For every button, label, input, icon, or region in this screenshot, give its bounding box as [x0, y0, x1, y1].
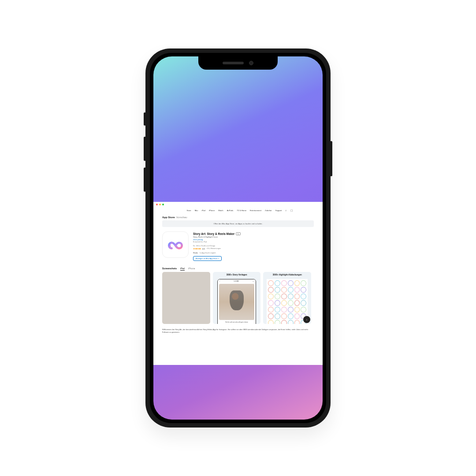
open-app-store-banner[interactable]: Öffne den Mac App Store, um Apps zu kauf…	[162, 220, 314, 227]
page-heading: App Store Vorschau	[162, 213, 314, 220]
nav-item[interactable]: iPad	[202, 209, 205, 212]
more-icon: ⋯	[253, 280, 254, 282]
app-rank: Nr. 184 in Grafik und Design	[193, 245, 314, 247]
nav-item[interactable]: iPhone	[209, 209, 215, 212]
nav-item[interactable]: Support	[275, 209, 282, 212]
app-name: Story Art: Story & Reels Maker	[193, 232, 234, 235]
phone-volume-up	[144, 137, 146, 161]
phone-speaker	[223, 62, 244, 64]
phone-volume-down	[144, 167, 146, 192]
nav-item[interactable]: Store	[187, 209, 191, 212]
window-zoom-icon[interactable]	[162, 204, 164, 205]
phone-bezel: Store Mac iPad iPhone Watch AirPods TV &…	[150, 53, 326, 423]
page-title-suffix: Vorschau	[176, 216, 187, 219]
screenshots-title: Screenshots	[162, 267, 177, 270]
screenshot-2-device: ‹ 9:41 AM ⋯ Be the soft one who still ge…	[217, 279, 257, 324]
view-in-app-store-button[interactable]: Anzeigen im Mac App Store ↗	[193, 256, 222, 261]
window-minimize-icon[interactable]	[159, 204, 161, 205]
page-content: App Store Vorschau Öffne den Mac App Sto…	[153, 213, 323, 338]
nav-item[interactable]: AirPods	[227, 209, 234, 212]
rating-value: 4,5	[202, 248, 205, 250]
screenshots-row[interactable]: 3000+ Story-Vorlagen ‹ 9:41 AM ⋯ Be the …	[162, 272, 314, 324]
phone-screen: Store Mac iPad iPhone Watch AirPods TV &…	[153, 56, 323, 420]
page-title-main: App Store	[162, 216, 175, 219]
app-header: Story Art: Story & Reels Maker 4+ Story,…	[162, 231, 314, 261]
app-description: Willkommen bei Story Art, der benutzerfr…	[162, 328, 314, 334]
nav-item[interactable]: TV & Home	[237, 209, 246, 212]
phone-power-button	[330, 141, 332, 176]
rating-count: • 45,4 Bewertungen	[206, 248, 221, 249]
app-rating: ★★★★★ 4,5 • 45,4 Bewertungen	[193, 247, 314, 250]
global-nav: Store Mac iPad iPhone Watch AirPods TV &…	[153, 207, 323, 213]
app-designed-for: Entwickelt für iPad	[193, 241, 314, 243]
window-titlebar	[153, 202, 323, 207]
download-fab-icon[interactable]: ↓	[303, 316, 310, 323]
phone-notch	[198, 56, 278, 70]
iap-note: In-App-Käufe möglich	[200, 252, 216, 254]
screenshot-2-title: 3000+ Story-Vorlagen	[213, 274, 261, 276]
screenshots-section: Screenshots iPad iPhone 3000+ Story-Vorl…	[162, 267, 314, 324]
phone-mute-switch	[144, 112, 146, 126]
tab-iphone[interactable]: iPhone	[188, 267, 195, 270]
phone-frame: Store Mac iPad iPhone Watch AirPods TV &…	[145, 48, 331, 428]
back-icon: ‹	[219, 280, 220, 282]
app-price: Gratis	[193, 252, 198, 254]
nav-item[interactable]: Entertainment	[250, 209, 261, 212]
window-close-icon[interactable]	[156, 204, 158, 205]
app-subtitle: Story, Reels & Highlight Cover	[193, 236, 314, 238]
bag-icon[interactable]: ☐	[290, 209, 293, 212]
highlight-grid	[267, 279, 308, 324]
screenshot-2[interactable]: 3000+ Story-Vorlagen ‹ 9:41 AM ⋯ Be the …	[213, 272, 261, 324]
search-icon[interactable]: ⌕	[285, 209, 287, 212]
app-icon	[162, 231, 189, 258]
age-rating-badge: 4+	[236, 232, 240, 235]
phone-camera	[249, 61, 253, 65]
app-meta: Story Art: Story & Reels Maker 4+ Story,…	[193, 231, 314, 261]
nav-item[interactable]: Mac	[195, 209, 198, 212]
tab-ipad[interactable]: iPad	[180, 267, 185, 270]
screenshot-3-title: 3000+ Highlight-Abdeckungen	[263, 274, 311, 276]
status-time: 9:41 AM	[234, 280, 239, 282]
browser-window: Store Mac iPad iPhone Watch AirPods TV &…	[153, 202, 323, 365]
app-developer-link[interactable]: chen jinlong	[193, 238, 314, 241]
screenshot-2-photo	[219, 284, 255, 320]
screenshot-3[interactable]: 3000+ Highlight-Abdeckungen	[263, 272, 311, 324]
nav-item[interactable]: Watch	[218, 209, 223, 212]
app-logo-icon	[166, 235, 185, 254]
screenshot-1[interactable]	[162, 272, 210, 324]
nav-item[interactable]: Zubehör	[265, 209, 272, 212]
stars-icon: ★★★★★	[193, 247, 201, 250]
